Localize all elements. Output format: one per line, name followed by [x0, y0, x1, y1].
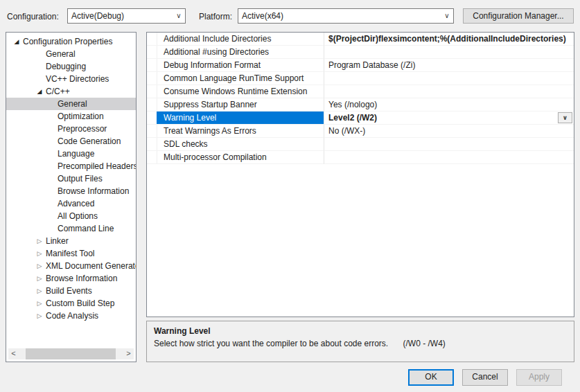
chevron-down-icon: ∨ [173, 9, 185, 23]
property-name-cell[interactable]: Warning Level [147, 112, 324, 125]
collapse-icon[interactable]: ◢ [12, 35, 21, 48]
expand-icon[interactable]: ▷ [35, 310, 44, 322]
config-tree: ◢Configuration PropertiesGeneralDebuggin… [6, 33, 136, 322]
property-row-consume-windows-runtime-extension[interactable]: Consume Windows Runtime Extension [147, 85, 574, 98]
configuration-select[interactable]: Active(Debug) ∨ [67, 8, 186, 24]
property-name-cell[interactable]: Treat Warnings As Errors [147, 125, 324, 138]
property-name-cell[interactable]: Additional Include Directories [147, 33, 324, 46]
property-row-debug-information-format[interactable]: Debug Information FormatProgram Database… [147, 59, 574, 72]
scrollbar-track[interactable] [19, 348, 123, 359]
tree-item-c-c[interactable]: ◢C/C++ [6, 85, 136, 98]
tree-item-build-events[interactable]: ▷Build Events [6, 285, 136, 297]
tree-item-general[interactable]: General [6, 98, 136, 110]
value-dropdown-button[interactable]: ∨ [558, 112, 572, 123]
expand-icon[interactable]: ▷ [35, 285, 44, 297]
ok-button[interactable]: OK [408, 369, 454, 386]
cancel-button[interactable]: Cancel [462, 369, 508, 386]
property-name-cell[interactable]: SDL checks [147, 138, 324, 151]
tree-item-label: Output Files [58, 174, 103, 184]
tree-item-all-options[interactable]: All Options [6, 210, 136, 222]
tree-item-browse-information[interactable]: Browse Information [6, 185, 136, 197]
tree-item-code-generation[interactable]: Code Generation [6, 135, 136, 148]
property-value-cell[interactable] [324, 72, 574, 85]
property-value-cell[interactable]: Level2 (/W2)∨ [324, 112, 574, 125]
property-name-cell[interactable]: Suppress Startup Banner [147, 98, 324, 112]
tree-item-custom-build-step[interactable]: ▷Custom Build Step [6, 297, 136, 310]
tree-item-manifest-tool[interactable]: ▷Manifest Tool [6, 247, 136, 260]
property-row-multi-processor-compilation[interactable]: Multi-processor Compilation [147, 151, 574, 164]
property-row-warning-level[interactable]: Warning LevelLevel2 (/W2)∨ [147, 112, 574, 125]
property-value-cell[interactable] [324, 151, 574, 164]
tree-item-output-files[interactable]: Output Files [6, 172, 136, 185]
expand-icon[interactable]: ▷ [35, 260, 44, 272]
tree-item-label: General [58, 99, 87, 109]
tree-item-debugging[interactable]: Debugging [6, 60, 136, 73]
tree-item-vc-directories[interactable]: VC++ Directories [6, 73, 136, 85]
tree-item-label: Linker [46, 236, 69, 246]
tree-item-label: Advanced [58, 199, 94, 208]
property-row-additional-using-directories[interactable]: Additional #using Directories [147, 46, 574, 59]
property-row-common-language-runtime-support[interactable]: Common Language RunTime Support [147, 72, 574, 85]
tree-item-general[interactable]: General [6, 48, 136, 60]
tree-item-label: Browse Information [58, 186, 129, 196]
tree-item-configuration-properties[interactable]: ◢Configuration Properties [6, 35, 136, 48]
tree-item-label: Build Events [46, 286, 92, 296]
platform-label: Platform: [199, 12, 232, 21]
property-name: Multi-processor Compilation [164, 152, 267, 162]
property-value-cell[interactable] [324, 138, 574, 151]
property-row-sdl-checks[interactable]: SDL checks [147, 138, 574, 151]
property-value-cell[interactable]: Yes (/nologo) [324, 98, 574, 112]
expand-icon[interactable]: ▷ [35, 235, 44, 247]
property-row-additional-include-directories[interactable]: Additional Include Directories$(ProjectD… [147, 33, 574, 46]
property-row-suppress-startup-banner[interactable]: Suppress Startup BannerYes (/nologo) [147, 98, 574, 112]
property-description-title: Warning Level [154, 326, 567, 336]
tree-item-label: Code Analysis [46, 311, 98, 321]
expand-icon[interactable]: ▷ [35, 272, 44, 285]
collapse-icon[interactable]: ◢ [35, 85, 44, 98]
configuration-tree-panel: ◢Configuration PropertiesGeneralDebuggin… [6, 32, 137, 362]
property-description-panel: Warning Level Select how strict you want… [146, 321, 574, 362]
property-name-cell[interactable]: Common Language RunTime Support [147, 72, 324, 85]
property-value-cell[interactable] [324, 85, 574, 98]
tree-item-command-line[interactable]: Command Line [6, 222, 136, 235]
tree-item-label: Optimization [58, 112, 104, 121]
property-name-cell[interactable]: Debug Information Format [147, 59, 324, 72]
tree-item-linker[interactable]: ▷Linker [6, 235, 136, 247]
property-value: No (/WX-) [328, 126, 365, 136]
property-value: Yes (/nologo) [328, 100, 377, 109]
property-row-treat-warnings-as-errors[interactable]: Treat Warnings As ErrorsNo (/WX-) [147, 125, 574, 138]
property-value-cell[interactable]: No (/WX-) [324, 125, 574, 138]
tree-item-code-analysis[interactable]: ▷Code Analysis [6, 310, 136, 322]
property-name-cell[interactable]: Consume Windows Runtime Extension [147, 85, 324, 98]
apply-button[interactable]: Apply [516, 369, 562, 386]
property-description-text: Select how strict you want the compiler … [154, 339, 567, 348]
platform-select[interactable]: Active(x64) ∨ [238, 8, 454, 24]
property-name-cell[interactable]: Multi-processor Compilation [147, 151, 324, 164]
tree-item-label: Precompiled Headers [58, 161, 137, 171]
tree-item-label: XML Document Generator [46, 261, 137, 271]
tree-item-language[interactable]: Language [6, 148, 136, 160]
expand-icon[interactable]: ▷ [35, 247, 44, 260]
tree-item-label: Manifest Tool [46, 249, 94, 258]
tree-item-preprocessor[interactable]: Preprocessor [6, 123, 136, 135]
tree-horizontal-scrollbar[interactable]: < > [8, 348, 134, 359]
expand-icon[interactable]: ▷ [35, 297, 44, 310]
property-name: SDL checks [164, 139, 208, 149]
tree-item-label: All Options [58, 211, 98, 221]
scrollbar-thumb[interactable] [26, 348, 116, 359]
tree-item-xml-document-generator[interactable]: ▷XML Document Generator [6, 260, 136, 272]
property-value-cell[interactable] [324, 46, 574, 59]
property-value: Level2 (/W2) [328, 113, 377, 123]
tree-item-label: Command Line [58, 224, 114, 233]
configuration-manager-button[interactable]: Configuration Manager... [463, 8, 574, 24]
property-value-cell[interactable]: Program Database (/Zi) [324, 59, 574, 72]
tree-item-precompiled-headers[interactable]: Precompiled Headers [6, 160, 136, 172]
scroll-right-icon[interactable]: > [123, 348, 134, 359]
tree-item-advanced[interactable]: Advanced [6, 197, 136, 210]
scroll-left-icon[interactable]: < [8, 348, 19, 359]
tree-item-browse-information[interactable]: ▷Browse Information [6, 272, 136, 285]
project-properties-dialog: { "toolbar": { "configuration_label": "C… [0, 0, 580, 392]
property-value-cell[interactable]: $(ProjectDir)flexsimcontent;%(Additional… [324, 33, 574, 46]
property-name-cell[interactable]: Additional #using Directories [147, 46, 324, 59]
tree-item-optimization[interactable]: Optimization [6, 110, 136, 123]
